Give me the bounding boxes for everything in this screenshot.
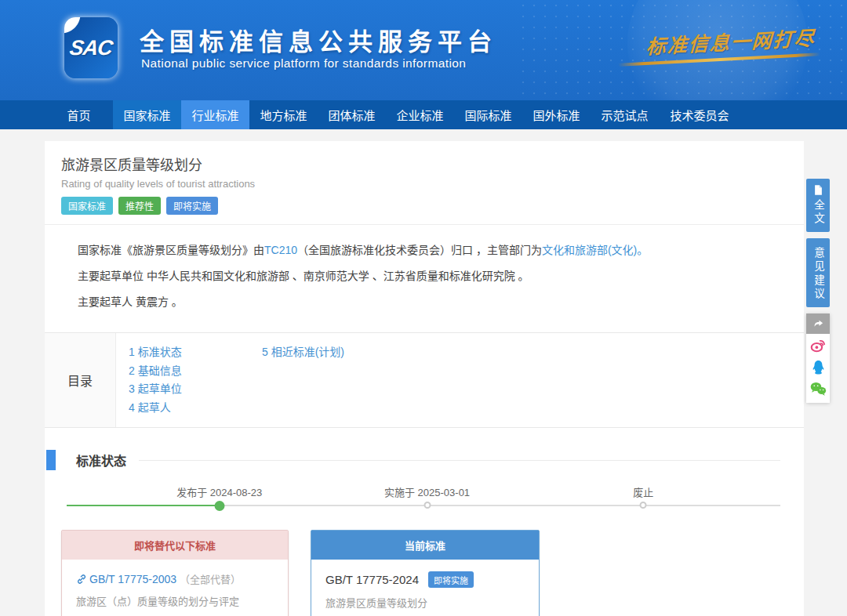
section-accent-bar [46,450,56,470]
current-standard-badge: 即将实施 [428,571,474,588]
toc-links: 1 标准状态 2 基础信息 3 起草单位 4 起草人 5 相近标准(计划) [116,333,395,427]
status-timeline: 发布于 2024-08-23 实施于 2025-03-01 废止 [67,473,780,519]
wechat-share-button[interactable] [806,378,830,400]
nav-item-technical-committee[interactable]: 技术委员会 [659,100,740,129]
badge-upcoming-implementation: 即将实施 [166,197,218,215]
badge-national-standard: 国家标准 [61,197,113,215]
standard-summary: 国家标准《旅游景区质量等级划分》由TC210（全国旅游标准化技术委员会）归口 ，… [45,225,804,318]
replaced-standard-name: 旅游区（点）质量等级的划分与评定 [76,593,274,608]
toc-link-standard-status[interactable]: 1 标准状态 [129,343,262,362]
share-button[interactable] [806,313,830,334]
timeline-completed-segment [67,505,220,506]
summary-paragraph-1: 国家标准《旅游景区质量等级划分》由TC210（全国旅游标准化技术委员会）归口 ，… [78,237,780,263]
current-standard-card: 当前标准 GB/T 17775-2024 即将实施 旅游景区质量等级划分 [311,530,540,616]
timeline-dot-implemented [424,502,431,509]
tc210-link[interactable]: TC210 [264,244,297,256]
badge-recommended: 推荐性 [118,197,161,215]
replaced-standard-number: GB/T 17775-2003 [89,573,176,585]
full-text-button[interactable]: 全文 [806,179,830,232]
sac-logo-text: SAC [68,36,114,60]
toc-link-basic-info[interactable]: 2 基础信息 [129,362,262,381]
timeline-dot-published [214,501,224,511]
nav-item-foreign-standards[interactable]: 国外标准 [522,100,591,129]
sac-logo[interactable]: SAC [64,17,118,78]
nav-item-home[interactable]: 首页 [45,100,113,129]
current-card-header: 当前标准 [311,531,539,560]
status-section-title: 标准状态 [76,451,126,469]
current-standard-number: GB/T 17775-2024 [325,573,419,586]
weibo-share-button[interactable] [806,334,830,356]
timeline-label-published: 发布于 2024-08-23 [176,484,262,499]
share-panel [806,313,830,403]
current-card-body: GB/T 17775-2024 即将实施 旅游景区质量等级划分 [311,560,539,616]
site-title: 全国标准信息公共服务平台 [140,22,497,57]
full-text-label: 全文 [810,199,826,226]
toc-link-similar-standards[interactable]: 5 相近标准(计划) [262,343,395,362]
main-nav: 首页 国家标准 行业标准 地方标准 团体标准 企业标准 国际标准 国外标准 示范… [0,100,847,129]
replaced-card-header: 即将替代以下标准 [62,531,288,560]
nav-item-international-standards[interactable]: 国际标准 [454,100,522,129]
nav-item-national-standards[interactable]: 国家标准 [113,100,181,129]
toc-link-drafting-units[interactable]: 3 起草单位 [129,380,262,399]
replaced-card-body: GB/T 17775-2003 （全部代替） 旅游区（点）质量等级的划分与评定 [62,560,288,616]
wechat-icon [809,380,827,397]
badge-row: 国家标准 推荐性 即将实施 [61,197,788,215]
page-root: SAC 全国标准信息公共服务平台 National public service… [0,0,847,616]
replaced-standard-link[interactable]: GB/T 17775-2003 [76,573,176,585]
content-panel: 旅游景区质量等级划分 Rating of quality levels of t… [45,141,804,616]
nav-item-group-standards[interactable]: 团体标准 [318,100,386,129]
title-block: 旅游景区质量等级划分 Rating of quality levels of t… [45,141,804,225]
chain-link-icon [76,574,87,585]
replaced-standard-line: GB/T 17775-2003 （全部代替） [76,571,274,586]
site-subtitle: National public service platform for sta… [141,56,466,71]
ministry-link[interactable]: 文化和旅游部(文化)。 [542,244,648,256]
replaced-standard-card: 即将替代以下标准 GB/T 17775-2003 （全部代替） 旅游区（点）质量… [61,530,289,616]
nav-item-local-standards[interactable]: 地方标准 [249,100,318,129]
replaced-note: （全部代替） [180,571,241,586]
nav-item-enterprise-standards[interactable]: 企业标准 [386,100,454,129]
feedback-label: 意见建议 [810,247,826,302]
timeline-label-abolished: 废止 [633,484,653,499]
timeline-dot-abolished [640,502,647,509]
weibo-icon [810,337,827,353]
page-subtitle-en: Rating of quality levels of tourist attr… [61,178,788,190]
site-header: SAC 全国标准信息公共服务平台 National public service… [0,0,847,100]
summary-paragraph-3: 主要起草人 黄震方 。 [78,289,780,315]
nav-item-pilot-demo[interactable]: 示范试点 [591,100,659,129]
feedback-button[interactable]: 意见建议 [806,238,830,307]
standard-cards: 即将替代以下标准 GB/T 17775-2003 （全部代替） 旅游区（点）质量… [45,519,804,616]
floating-side-rail: 全文 意见建议 [806,179,830,403]
current-standard-line: GB/T 17775-2024 即将实施 [325,571,525,588]
status-section-header: 标准状态 [45,450,804,470]
nav-item-industry-standards[interactable]: 行业标准 [181,100,249,129]
table-of-contents: 目录 1 标准状态 2 基础信息 3 起草单位 4 起草人 5 相近标准(计划) [45,332,804,428]
page-title: 旅游景区质量等级划分 [61,154,788,174]
summary-text: （全国旅游标准化技术委员会）归口 ，主管部门为 [297,244,542,256]
qq-share-button[interactable] [806,356,830,378]
timeline-label-implemented: 实施于 2025-03-01 [384,484,470,499]
qq-icon [810,359,827,375]
current-standard-name: 旅游景区质量等级划分 [325,595,525,610]
summary-text: 国家标准《旅游景区质量等级划分》由 [78,244,264,256]
toc-label: 目录 [45,333,116,427]
section-rule [139,460,780,461]
summary-paragraph-2: 主要起草单位 中华人民共和国文化和旅游部 、南京师范大学 、江苏省质量和标准化研… [78,263,780,289]
toc-link-drafters[interactable]: 4 起草人 [129,399,262,418]
toc-column-2: 5 相近标准(计划) [262,343,395,417]
share-icon [812,318,824,330]
toc-column-1: 1 标准状态 2 基础信息 3 起草单位 4 起草人 [129,343,262,417]
document-icon [812,184,824,196]
